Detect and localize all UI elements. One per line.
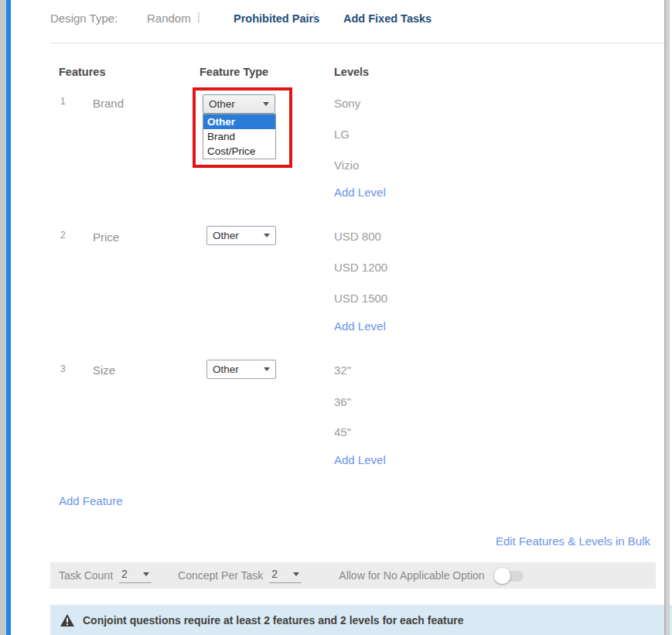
task-settings-bar: Task Count 2 Concept Per Task 2 Allow fo…	[50, 562, 656, 589]
no-applicable-option-toggle[interactable]	[496, 568, 524, 584]
caret-down-icon	[143, 572, 149, 576]
column-header-levels: Levels	[334, 66, 369, 78]
dropdown-option-other[interactable]: Other	[203, 114, 275, 129]
edit-features-levels-bulk-link[interactable]: Edit Features & Levels in Bulk	[496, 534, 650, 548]
concept-per-task-label: Concept Per Task	[178, 569, 263, 582]
level-item[interactable]: USD 1200	[334, 261, 387, 274]
separator: |	[197, 10, 200, 23]
dropdown-option-brand[interactable]: Brand	[203, 129, 275, 144]
scrollbar[interactable]	[664, 0, 670, 635]
level-item[interactable]: Sony	[334, 97, 360, 110]
level-item[interactable]: LG	[334, 128, 350, 141]
select-value: Other	[209, 98, 235, 110]
toggle-knob	[494, 568, 510, 584]
concept-per-task-dropdown[interactable]: 2	[269, 568, 302, 583]
level-item[interactable]: 45"	[334, 425, 351, 439]
caret-down-icon	[263, 102, 269, 106]
add-level-link[interactable]: Add Level	[334, 319, 386, 333]
warning-text: Conjoint questions require at least 2 fe…	[83, 614, 463, 626]
divider	[50, 43, 666, 43]
level-item[interactable]: 36"	[334, 395, 351, 408]
design-type-option-random[interactable]: Random	[147, 12, 191, 25]
caret-down-icon	[264, 367, 270, 371]
concept-per-task-value: 2	[271, 568, 278, 580]
design-type-label: Design Type:	[50, 12, 118, 25]
feature-name-brand[interactable]: Brand	[93, 97, 124, 110]
left-gutter	[0, 0, 6, 635]
feature-type-dropdown-list: Other Brand Cost/Price	[203, 114, 276, 159]
feature-row-number: 1	[60, 96, 66, 107]
design-type-option-prohibited-pairs[interactable]: Prohibited Pairs	[234, 12, 319, 25]
feature-row-number: 2	[60, 230, 66, 241]
feature-name-price[interactable]: Price	[93, 230, 119, 244]
task-count-value: 2	[121, 568, 128, 580]
feature-row-number: 3	[60, 364, 66, 374]
caret-down-icon	[264, 234, 270, 237]
feature-type-select-price[interactable]: Other	[206, 226, 276, 245]
dropdown-option-cost-price[interactable]: Cost/Price	[203, 144, 275, 159]
add-level-link[interactable]: Add Level	[334, 186, 386, 199]
add-feature-link[interactable]: Add Feature	[59, 494, 123, 507]
task-count-dropdown[interactable]: 2	[119, 568, 152, 583]
select-value: Other	[213, 364, 239, 375]
design-type-option-add-fixed-tasks[interactable]: Add Fixed Tasks	[343, 12, 432, 25]
level-item[interactable]: 32"	[334, 364, 351, 377]
warning-triangle-icon	[60, 614, 74, 626]
feature-name-size[interactable]: Size	[93, 364, 115, 377]
feature-type-select-brand[interactable]: Other	[203, 94, 275, 114]
level-item[interactable]: Vizio	[334, 159, 359, 172]
add-level-link[interactable]: Add Level	[334, 453, 386, 466]
level-item[interactable]: USD 1500	[334, 292, 387, 305]
select-value: Other	[213, 230, 239, 241]
level-item[interactable]: USD 800	[334, 230, 381, 243]
task-count-label: Task Count	[59, 569, 113, 582]
feature-type-select-size[interactable]: Other	[206, 360, 276, 379]
column-header-feature-type: Feature Type	[200, 66, 268, 78]
column-header-features: Features	[59, 66, 105, 78]
caret-down-icon	[293, 572, 299, 576]
warning-banner: Conjoint questions require at least 2 fe…	[50, 605, 665, 635]
left-accent-bar	[6, 0, 11, 635]
conjoint-design-panel: Design Type: Random | Prohibited Pairs |…	[0, 0, 672, 635]
separator: |	[312, 10, 316, 23]
no-applicable-option-label: Allow for No Applicable Option	[339, 569, 484, 582]
